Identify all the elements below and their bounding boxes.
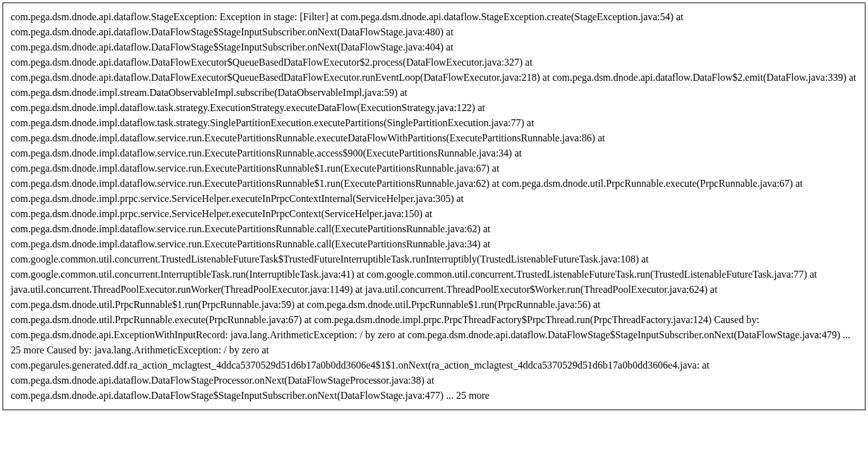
stacktrace-text: com.pega.dsm.dnode.api.dataflow.StageExc… [11, 11, 856, 401]
stacktrace-box: com.pega.dsm.dnode.api.dataflow.StageExc… [3, 3, 865, 410]
